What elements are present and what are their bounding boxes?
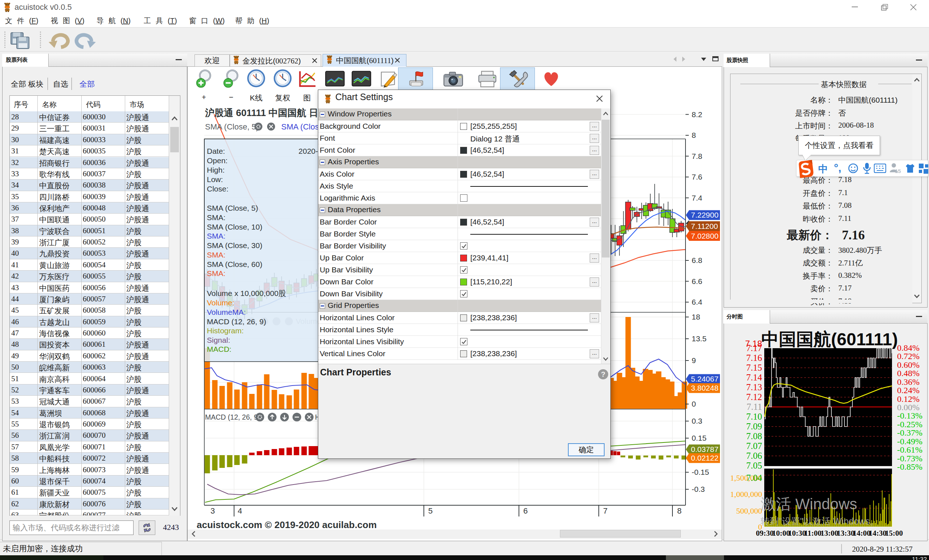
svg-text:中国国航(601111): 中国国航(601111) [761, 330, 898, 349]
svg-text:13.5: 13.5 [692, 334, 707, 343]
svg-text:激活 Windows: 激活 Windows [760, 496, 857, 513]
svg-text:7.10: 7.10 [746, 412, 762, 421]
svg-text:7.6: 7.6 [692, 173, 702, 181]
svg-text:SMA (Close: SMA (Close [281, 122, 323, 131]
svg-text:-0.85%: -0.85% [897, 462, 923, 471]
svg-text:Low:: Low: [207, 175, 223, 184]
svg-text:High:: High: [207, 166, 225, 174]
svg-text:14:00: 14:00 [853, 529, 871, 537]
svg-text:6.4: 6.4 [692, 298, 702, 306]
svg-text:0.03787: 0.03787 [691, 445, 719, 453]
svg-text:0.3: 0.3 [692, 417, 702, 425]
svg-text:0: 0 [692, 400, 696, 408]
svg-text:Close:: Close: [207, 185, 228, 193]
svg-text:Date:: Date: [207, 147, 225, 155]
svg-text:7.08: 7.08 [746, 431, 762, 441]
svg-text:15:00: 15:00 [885, 529, 903, 537]
svg-text:8: 8 [692, 131, 696, 139]
svg-text:acuistock.com © 2019-2020 acui: acuistock.com © 2019-2020 acuilab.com [197, 519, 377, 530]
svg-text:7.12: 7.12 [746, 392, 762, 402]
svg-text:7.22900: 7.22900 [691, 211, 719, 219]
svg-text:5: 5 [428, 506, 432, 516]
svg-text:SMA:: SMA: [207, 213, 225, 222]
svg-text:转到"设置"以激活 Windows。: 转到"设置"以激活 Windows。 [760, 516, 879, 526]
svg-text:10:30: 10:30 [788, 529, 806, 537]
svg-text:11:00: 11:00 [804, 529, 822, 537]
svg-text:0.15: 0.15 [692, 434, 707, 442]
svg-text:5.24067: 5.24067 [691, 375, 719, 383]
svg-text:7.17: 7.17 [746, 343, 762, 353]
svg-text:7.4: 7.4 [692, 194, 702, 202]
svg-text:15: 15 [895, 168, 901, 174]
svg-text:0.02122: 0.02122 [691, 454, 719, 462]
svg-text:-0.15: -0.15 [692, 468, 709, 476]
svg-text:MACD (12, 26, 9): MACD (12, 26, 9) [205, 413, 260, 421]
svg-text:7.8: 7.8 [692, 152, 702, 160]
svg-text:Volume:: Volume: [207, 298, 235, 307]
svg-text:500,000: 500,000 [736, 506, 762, 516]
svg-text:SMA (Close, 5): SMA (Close, 5) [205, 122, 259, 131]
svg-text:0.72%: 0.72% [897, 352, 920, 361]
svg-text:Signal:: Signal: [207, 336, 230, 344]
svg-text:9: 9 [692, 356, 696, 364]
svg-text:7.15: 7.15 [746, 363, 762, 372]
svg-text:3.80248: 3.80248 [691, 384, 719, 392]
svg-text:7.04: 7.04 [746, 473, 762, 483]
svg-text:6.6: 6.6 [692, 277, 702, 285]
svg-text:Open:: Open: [207, 156, 227, 165]
svg-text:MACD:: MACD: [207, 345, 231, 353]
svg-text:8.2: 8.2 [692, 110, 702, 119]
svg-text:-0.3: -0.3 [692, 485, 705, 493]
svg-text:6: 6 [523, 506, 527, 516]
svg-text:-0.61%: -0.61% [897, 445, 923, 454]
svg-text:7.06: 7.06 [746, 451, 762, 461]
svg-text:13:00: 13:00 [820, 529, 838, 537]
svg-text:SMA (Close, 10): SMA (Close, 10) [207, 223, 262, 231]
svg-text:4: 4 [238, 506, 242, 516]
svg-text:7.14: 7.14 [746, 372, 762, 382]
svg-text:Histogram:: Histogram: [207, 326, 244, 335]
svg-text:0.24%: 0.24% [897, 386, 920, 395]
svg-text:7: 7 [603, 506, 607, 516]
svg-text:0.48%: 0.48% [897, 369, 920, 378]
svg-text:10:00: 10:00 [772, 529, 790, 537]
svg-text:13:30: 13:30 [837, 529, 855, 537]
svg-text:7.02800: 7.02800 [691, 232, 719, 240]
svg-text:14:30: 14:30 [869, 529, 886, 537]
svg-text:7.05: 7.05 [746, 461, 762, 470]
svg-text:6.8: 6.8 [692, 256, 702, 265]
svg-text:7.11: 7.11 [747, 402, 762, 412]
svg-text:7.16: 7.16 [746, 353, 762, 363]
svg-text:SMA (Close, 60): SMA (Close, 60) [207, 260, 262, 268]
svg-text:SMA (Close, 5): SMA (Close, 5) [207, 204, 258, 212]
svg-text:MACD (12, 26, 9): MACD (12, 26, 9) [207, 317, 266, 326]
svg-text:SMA:: SMA: [207, 251, 225, 259]
svg-text:09:30: 09:30 [756, 529, 774, 537]
svg-text:7.09: 7.09 [746, 421, 762, 431]
svg-text:7.13: 7.13 [746, 382, 762, 392]
svg-text:7.07: 7.07 [746, 441, 762, 451]
svg-text:-0.13%: -0.13% [897, 411, 923, 420]
svg-text:7.11200: 7.11200 [691, 222, 718, 230]
svg-text:1,000,000: 1,000,000 [730, 490, 762, 499]
svg-text:18: 18 [692, 313, 700, 321]
svg-text:-0.37%: -0.37% [897, 428, 923, 438]
svg-text:SMA:: SMA: [207, 232, 225, 240]
svg-text:8: 8 [677, 506, 682, 516]
svg-text:SMA:: SMA: [207, 269, 225, 277]
svg-text:3: 3 [210, 506, 215, 516]
svg-text:SMA (Close, 30): SMA (Close, 30) [207, 241, 262, 249]
svg-text:Volume x 10,000,000股: Volume x 10,000,000股 [207, 289, 286, 297]
svg-text:VolumeMA:: VolumeMA: [207, 308, 246, 316]
